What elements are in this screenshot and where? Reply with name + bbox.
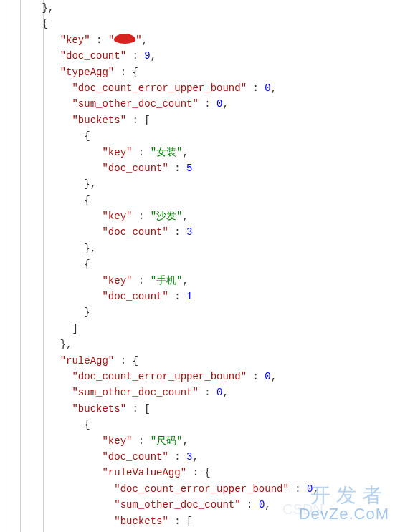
redacted-value <box>114 34 135 44</box>
json-line: "buckets" : [ <box>6 112 389 128</box>
json-line: } <box>6 304 389 320</box>
json-line: "ruleValueAgg" : { <box>6 465 389 480</box>
json-line: { <box>6 193 389 208</box>
typeagg-label: typeAgg <box>66 67 108 78</box>
ruleagg-label: ruleAgg <box>66 355 108 367</box>
json-code-block: }, { "key" : "", "doc_count" : 9, "typeA… <box>0 0 395 532</box>
json-line: { <box>6 529 389 532</box>
json-line: "doc_count_error_upper_bound" : 0, <box>6 80 389 96</box>
json-line: { <box>6 16 389 32</box>
json-line: "sum_other_doc_count" : 0, <box>6 96 389 112</box>
json-line: "key" : "手机", <box>6 273 389 289</box>
key-label: key <box>66 34 84 46</box>
json-line: "doc_count" : 3 <box>6 224 389 240</box>
json-line: "key" : "女装", <box>6 145 389 160</box>
json-line: "key" : "沙发", <box>6 208 389 224</box>
json-line: "doc_count_error_upper_bound" : 0, <box>6 369 389 385</box>
json-line: }, <box>6 176 389 192</box>
json-line: "sum_other_doc_count" : 0, <box>6 497 389 513</box>
json-line: "buckets" : [ <box>6 513 389 529</box>
json-line: "ruleAgg" : { <box>6 353 389 369</box>
json-line: { <box>6 128 389 144</box>
json-line: { <box>6 256 389 272</box>
json-line: "doc_count_error_upper_bound" : 0, <box>6 481 389 497</box>
json-line: ] <box>6 321 389 337</box>
json-line: { <box>6 417 389 432</box>
doc-count-label: doc_count <box>66 50 120 62</box>
json-line: "key" : "", <box>6 32 389 48</box>
json-line: "doc_count" : 3, <box>6 449 389 465</box>
json-line: "typeAgg" : { <box>6 64 389 80</box>
json-line: "sum_other_doc_count" : 0, <box>6 385 389 400</box>
json-line: "doc_count" : 9, <box>6 48 389 64</box>
json-line: }, <box>6 0 389 16</box>
json-line: "key" : "尺码", <box>6 433 389 449</box>
json-line: }, <box>6 337 389 352</box>
json-line: }, <box>6 241 389 256</box>
doc-count-value: 9 <box>144 50 150 62</box>
json-line: "buckets" : [ <box>6 401 389 417</box>
json-line: "doc_count" : 5 <box>6 160 389 176</box>
json-line: "doc_count" : 1 <box>6 289 389 304</box>
